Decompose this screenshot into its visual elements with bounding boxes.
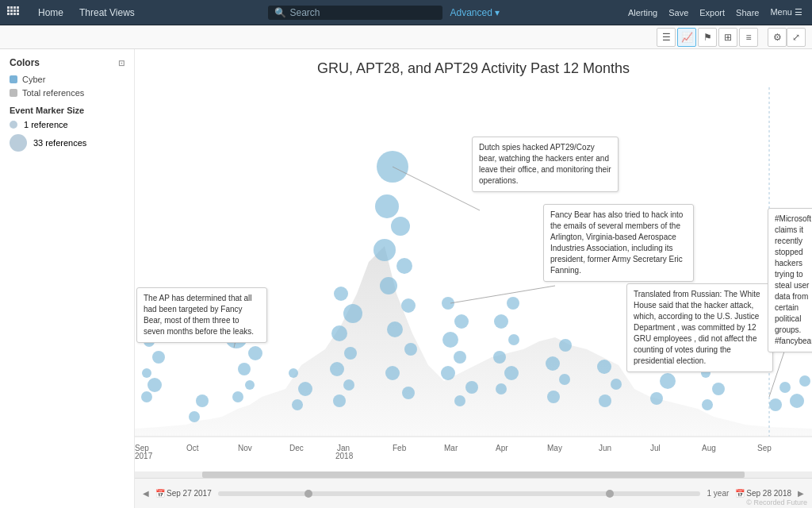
table-view-icon[interactable]: ☰: [657, 28, 676, 47]
bubble[interactable]: [373, 239, 396, 261]
share-button[interactable]: Share: [733, 8, 762, 17]
xlabel-aug: Aug: [702, 444, 716, 452]
bubble[interactable]: [442, 332, 458, 348]
bubble[interactable]: [454, 314, 469, 329]
legend-filter-icon[interactable]: ⊡: [118, 59, 124, 67]
bubble[interactable]: [189, 411, 200, 422]
xlabel-mar: Mar: [444, 444, 458, 452]
timeline-handle-left[interactable]: [304, 490, 312, 498]
bubble[interactable]: [391, 217, 410, 236]
bubble[interactable]: [599, 394, 611, 407]
chart-view-icon[interactable]: 📈: [677, 28, 696, 47]
bubble[interactable]: [343, 379, 354, 391]
threat-views-nav[interactable]: Threat Views: [71, 0, 143, 25]
svg-rect-4: [7, 10, 10, 12]
svg-rect-3: [17, 6, 19, 9]
bubble[interactable]: [387, 321, 403, 337]
bubble[interactable]: [660, 373, 676, 389]
bubble[interactable]: [441, 366, 455, 380]
bubble[interactable]: [769, 398, 782, 411]
bubble[interactable]: [330, 362, 344, 376]
search-input[interactable]: [290, 7, 409, 18]
bubble[interactable]: [343, 304, 362, 323]
bubble[interactable]: [454, 351, 466, 364]
bubble[interactable]: [238, 363, 251, 375]
bubble[interactable]: [702, 399, 713, 410]
bubble[interactable]: [142, 368, 151, 378]
bubble[interactable]: [508, 334, 519, 345]
bubble[interactable]: [380, 277, 397, 294]
bubble[interactable]: [401, 298, 416, 313]
bubble[interactable]: [493, 351, 506, 364]
bubble[interactable]: [333, 394, 346, 407]
bubble[interactable]: [442, 297, 454, 310]
bubble[interactable]: [547, 391, 560, 403]
scrollbar-thumb[interactable]: [202, 471, 744, 478]
bubble[interactable]: [289, 368, 298, 378]
save-button[interactable]: Save: [665, 8, 691, 17]
timeline-right-arrow[interactable]: ▶: [798, 489, 804, 498]
list-view-icon[interactable]: ≡: [739, 28, 758, 47]
bubble[interactable]: [404, 343, 417, 356]
advanced-button[interactable]: Advanced ▾: [450, 7, 500, 18]
bubble[interactable]: [496, 383, 507, 394]
bubble[interactable]: [141, 391, 152, 402]
timeline-left-arrow[interactable]: ◀: [143, 489, 149, 498]
bubble[interactable]: [396, 258, 412, 274]
bubble[interactable]: [712, 383, 725, 395]
callout-fancy: Fancy Bear has also tried to hack into t…: [543, 204, 694, 282]
search-box: 🔍: [268, 6, 442, 20]
svg-rect-8: [7, 13, 10, 15]
timeline-track[interactable]: [218, 491, 701, 496]
svg-rect-2: [13, 6, 16, 9]
callout-translated: Translated from Russian: The White House…: [626, 283, 773, 372]
bubble[interactable]: [334, 287, 348, 301]
bubble[interactable]: [245, 380, 255, 390]
grid-view-icon[interactable]: ⊞: [718, 28, 737, 47]
bubble[interactable]: [559, 374, 570, 385]
timeline-handle-right[interactable]: [606, 490, 614, 498]
settings-icon[interactable]: ⚙: [768, 28, 787, 47]
bubble[interactable]: [331, 325, 347, 341]
chart-area: GRU, APT28, and APT29 Activity Past 12 M…: [135, 49, 812, 508]
bubble[interactable]: [152, 351, 165, 364]
legend-item-cyber[interactable]: Cyber: [10, 75, 124, 84]
horizontal-scrollbar[interactable]: [135, 471, 812, 478]
bubble[interactable]: [507, 297, 519, 310]
svg-rect-5: [10, 10, 13, 12]
bubble[interactable]: [779, 382, 791, 393]
svg-rect-1: [10, 6, 13, 9]
bubble[interactable]: [611, 379, 622, 390]
export-button[interactable]: Export: [696, 8, 728, 17]
bubble[interactable]: [650, 392, 663, 405]
bubble[interactable]: [292, 399, 303, 410]
bubble[interactable]: [196, 394, 209, 407]
menu-button[interactable]: Menu ☰: [767, 7, 806, 17]
expand-icon[interactable]: ⤢: [787, 28, 806, 47]
legend-item-total[interactable]: Total references: [10, 88, 124, 98]
map-view-icon[interactable]: ⚑: [698, 28, 717, 47]
bubble[interactable]: [504, 366, 519, 380]
alerting-button[interactable]: Alerting: [625, 8, 661, 17]
bubble[interactable]: [597, 360, 611, 374]
svg-rect-0: [7, 6, 10, 9]
bubble[interactable]: [402, 387, 415, 399]
bubble[interactable]: [799, 375, 810, 387]
bubble[interactable]: [375, 194, 399, 218]
bubble[interactable]: [147, 378, 162, 392]
bubble[interactable]: [546, 356, 560, 371]
callout-line: [450, 286, 555, 303]
bubble[interactable]: [790, 394, 804, 408]
bubble[interactable]: [465, 381, 478, 394]
bubble[interactable]: [385, 366, 400, 380]
bubble[interactable]: [454, 395, 465, 406]
bubble[interactable]: [344, 347, 357, 360]
bubble[interactable]: [248, 346, 262, 360]
bubble[interactable]: [232, 391, 243, 402]
marker-large: 33 references: [10, 134, 124, 152]
bubble[interactable]: [298, 382, 312, 396]
bubble[interactable]: [559, 339, 572, 352]
toolbar: ☰ 📈 ⚑ ⊞ ≡ ⚙ ⤢: [0, 25, 812, 49]
home-nav[interactable]: Home: [30, 0, 71, 25]
bubble[interactable]: [494, 314, 508, 329]
